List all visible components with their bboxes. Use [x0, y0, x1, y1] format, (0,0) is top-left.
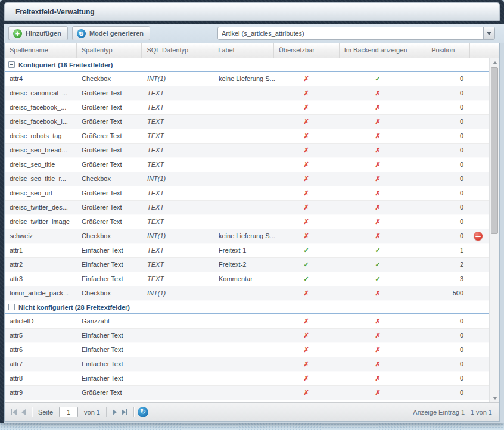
cell-im-backend-anzeigen: ✓	[340, 258, 418, 272]
attributes-grid: SpaltennameSpaltentypSQL-DatentypLabelÜb…	[4, 43, 500, 422]
table-row[interactable]: dreisc_twitter_des...Größerer TextTEXT✗✗…	[5, 201, 490, 215]
cell-actions	[471, 144, 490, 157]
cross-icon: ✗	[375, 360, 380, 368]
scroll-down-button[interactable]	[490, 394, 499, 403]
cell-actions	[471, 158, 490, 172]
check-icon: ✓	[303, 275, 309, 283]
table-row[interactable]: attr7Einfacher Text✗✗0	[5, 357, 490, 372]
table-row[interactable]: attr4CheckboxINT(1)keine Lieferung S...✗…	[5, 72, 490, 86]
column-header-spaltenname[interactable]: Spaltenname	[5, 43, 77, 58]
cell-label	[214, 314, 275, 328]
cell-position: 0	[418, 115, 471, 129]
add-button[interactable]: + Hinzufügen	[8, 26, 68, 40]
table-row[interactable]: dreisc_seo_titleGrößerer TextTEXT✗✗0	[5, 158, 490, 172]
cell-sql-datentyp: INT(1)	[142, 229, 214, 243]
table-row[interactable]: tonur_article_pack...CheckboxINT(1)✗✗500	[5, 286, 490, 301]
page-number-input[interactable]	[59, 407, 78, 417]
cross-icon: ✗	[375, 232, 380, 240]
table-row[interactable]: attr9Größerer Text✗✗0	[5, 386, 490, 400]
cell-label: Freitext-1	[214, 244, 275, 257]
cell-label	[214, 86, 275, 100]
table-row[interactable]: attr8Einfacher Text✗✗0	[5, 372, 490, 386]
cell-spaltenname: attr7	[5, 357, 77, 371]
scroll-up-button[interactable]	[490, 58, 499, 67]
cell-position: 0	[418, 329, 471, 342]
cell-label	[214, 372, 275, 385]
cross-icon: ✗	[375, 189, 380, 197]
cell-spaltentyp: Größerer Text	[77, 101, 142, 114]
table-row[interactable]: schweizCheckboxINT(1)keine Lieferung S..…	[5, 229, 490, 244]
cell-position: 500	[418, 286, 471, 300]
cell-spaltenname: attr8	[5, 372, 77, 385]
group-header-label: Nicht konfiguriert (28 Freitextfelder)	[18, 304, 130, 311]
cell-im-backend-anzeigen: ✗	[340, 115, 418, 129]
cell-im-backend-anzeigen: ✗	[340, 186, 418, 200]
cell-position: 2	[418, 258, 471, 272]
group-header[interactable]: Nicht konfiguriert (28 Freitextfelder)	[5, 301, 490, 314]
cell-label	[214, 144, 275, 157]
column-header-übersetzbar[interactable]: Übersetzbar	[274, 43, 340, 58]
cell-spaltenname: attr6	[5, 343, 77, 357]
cell-spaltentyp: Einfacher Text	[77, 372, 142, 385]
last-page-button[interactable]	[119, 407, 130, 417]
scrollbar-thumb[interactable]	[491, 67, 498, 234]
column-header-spaltentyp[interactable]: Spaltentyp	[77, 43, 142, 58]
collapse-group-icon[interactable]	[8, 61, 15, 68]
cell-label	[214, 115, 275, 129]
table-row[interactable]: attr3Einfacher TextTEXTKommentar✓✓3	[5, 272, 490, 286]
table-row[interactable]: dreisc_facebook_i...Größerer TextTEXT✗✗0	[5, 115, 490, 129]
collapse-group-icon[interactable]	[8, 304, 15, 310]
table-row[interactable]: dreisc_seo_bread...Größerer TextTEXT✗✗0	[5, 144, 490, 158]
cross-icon: ✗	[303, 375, 309, 382]
cell-sql-datentyp: INT(1)	[142, 286, 214, 300]
check-icon: ✓	[375, 261, 380, 269]
table-row[interactable]: attr5Einfacher Text✗✗0	[5, 329, 490, 343]
cross-icon: ✗	[375, 175, 380, 183]
previous-page-button[interactable]	[19, 407, 28, 417]
table-row[interactable]: dreisc_twitter_imageGrößerer TextTEXT✗✗0	[5, 215, 490, 229]
table-combobox-input[interactable]	[218, 27, 483, 39]
cell-im-backend-anzeigen: ✗	[340, 386, 418, 400]
refresh-grid-button[interactable]: ↻	[138, 407, 148, 417]
cell-spaltenname: dreisc_seo_url	[5, 186, 77, 200]
cell-im-backend-anzeigen: ✗	[340, 215, 418, 229]
column-header-position[interactable]: Position	[416, 43, 470, 58]
cell-spaltenname: attr2	[5, 258, 77, 272]
cell-sql-datentyp	[142, 386, 214, 400]
table-row[interactable]: attr6Einfacher Text✗✗0	[5, 343, 490, 357]
table-row[interactable]: attr1Einfacher TextTEXTFreitext-1✓✓1	[5, 244, 490, 258]
window-bottom-edge	[0, 421, 504, 423]
cell-position: 0	[418, 357, 471, 371]
generate-model-button[interactable]: ↻ Model generieren	[72, 26, 150, 40]
delete-row-icon[interactable]	[474, 232, 483, 241]
cell-uebersetzbar: ✗	[275, 129, 340, 143]
table-row[interactable]: attr2Einfacher TextTEXTFreitext-2✓✓2	[5, 258, 490, 272]
column-header-im-backend-anzeigen[interactable]: Im Backend anzeigen	[340, 43, 417, 58]
cell-sql-datentyp	[142, 329, 214, 342]
cell-label	[214, 215, 275, 229]
combobox-trigger-button[interactable]	[483, 27, 494, 39]
column-header-sql-datentyp[interactable]: SQL-Datentyp	[142, 43, 213, 58]
table-combobox[interactable]	[217, 27, 495, 40]
arrow-down-icon	[493, 397, 497, 400]
paging-status-text: Anzeige Eintrag 1 - 1 von 1	[413, 409, 492, 416]
cross-icon: ✗	[375, 147, 380, 154]
column-header-label[interactable]: Label	[213, 43, 274, 58]
cell-spaltenname: attr1	[5, 244, 77, 257]
table-row[interactable]: dreisc_canonical_...Größerer TextTEXT✗✗0	[5, 86, 490, 101]
cell-actions	[471, 286, 490, 300]
table-row[interactable]: dreisc_seo_urlGrößerer TextTEXT✗✗0	[5, 186, 490, 201]
table-row[interactable]: dreisc_robots_tagGrößerer TextTEXT✗✗0	[5, 129, 490, 144]
window-titlebar[interactable]: Freitextfeld-Verwaltung	[4, 2, 500, 21]
table-row[interactable]: dreisc_facebook_...Größerer TextTEXT✗✗0	[5, 101, 490, 115]
table-row[interactable]: dreisc_seo_title_r...CheckboxINT(1)✗✗0	[5, 172, 490, 186]
table-row[interactable]: articleIDGanzzahl✗✗0	[5, 314, 490, 329]
cell-position: 0	[418, 72, 471, 86]
vertical-scrollbar[interactable]	[489, 58, 499, 403]
next-page-button[interactable]	[110, 407, 119, 417]
group-header[interactable]: Konfiguriert (16 Freitextfelder)	[5, 58, 490, 72]
first-page-button[interactable]	[8, 407, 19, 417]
cell-label: Kommentar	[214, 272, 275, 286]
cell-spaltentyp: Checkbox	[77, 72, 142, 86]
cell-actions	[471, 386, 490, 400]
